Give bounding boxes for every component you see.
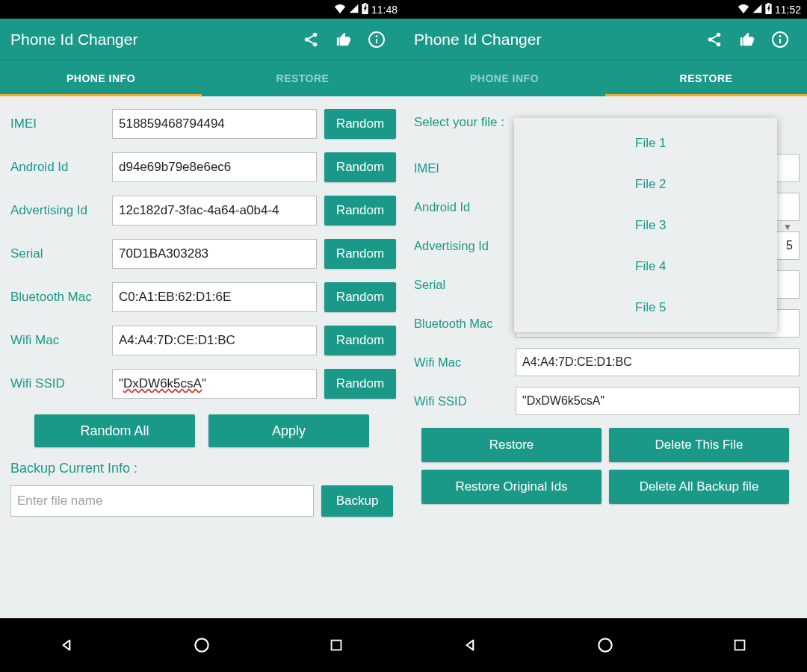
random-button-wifimac[interactable]: Random — [324, 326, 396, 355]
input-imei[interactable]: 518859468794494 — [112, 109, 317, 139]
tab-phone-info[interactable]: PHONE INFO — [0, 60, 202, 96]
label-imei: IMEI — [411, 161, 516, 175]
svg-point-3 — [305, 37, 309, 42]
input-serial[interactable]: 70D1BA303283 — [112, 239, 317, 269]
dropdown-item-file4[interactable]: File 4 — [514, 246, 777, 287]
field-row-imei: IMEI 518859468794494 Random — [7, 102, 396, 146]
nav-recent-icon[interactable] — [314, 626, 359, 664]
backup-button[interactable]: Backup — [321, 485, 393, 517]
svg-point-7 — [377, 36, 377, 37]
input-advid[interactable]: 12c182d7-3fac-4a64-a0b4-4 — [112, 196, 317, 225]
label-ssid: Wifi SSID — [7, 376, 112, 391]
field-row-wifimac: Wifi Mac A4:A4:7D:CE:D1:BC Random — [7, 319, 396, 362]
dropdown-caret-icon[interactable]: ▼ — [783, 222, 792, 232]
dropdown-item-file3[interactable]: File 3 — [514, 205, 777, 246]
input-btmac[interactable]: C0:A1:EB:62:D1:6E — [112, 282, 317, 312]
like-icon[interactable] — [327, 23, 360, 56]
tab-bar: PHONE INFO RESTORE — [0, 60, 404, 96]
tab-restore[interactable]: RESTORE — [605, 60, 807, 96]
status-time: 11:48 — [371, 4, 398, 16]
input-androidid[interactable]: d94e69b79e8e6ec6 — [112, 152, 317, 182]
status-time: 11:52 — [775, 4, 801, 16]
status-bar: 11:52 — [404, 0, 807, 19]
svg-rect-19 — [735, 641, 745, 650]
label-wifimac: Wifi Mac — [7, 333, 112, 348]
like-icon[interactable] — [731, 23, 764, 56]
info-icon[interactable] — [764, 23, 797, 56]
input-wifimac[interactable]: A4:A4:7D:CE:D1:BC — [516, 348, 800, 376]
nav-home-icon[interactable] — [583, 626, 628, 664]
delete-this-file-button[interactable]: Delete This File — [609, 428, 789, 462]
app-bar: Phone Id Changer — [0, 19, 404, 60]
label-btmac: Bluetooth Mac — [7, 290, 112, 305]
svg-point-12 — [717, 32, 721, 37]
delete-all-backup-button[interactable]: Delete All Backup file — [609, 470, 789, 504]
select-file-label: Select your file : — [414, 115, 519, 130]
svg-rect-1 — [364, 3, 366, 4]
input-wifimac[interactable]: A4:A4:7D:CE:D1:BC — [112, 326, 317, 355]
screen-restore: 11:52 Phone Id Changer PHONE INFO RESTOR… — [404, 0, 807, 672]
field-row-ssid: Wifi SSID "DxDW6k5csA" Random — [7, 362, 396, 405]
random-button-advid[interactable]: Random — [324, 196, 396, 225]
svg-point-13 — [708, 37, 713, 42]
backup-filename-input[interactable]: Enter file name — [10, 485, 314, 517]
nav-back-icon[interactable] — [45, 626, 90, 664]
dropdown-item-file5[interactable]: File 5 — [514, 287, 777, 328]
field-row-serial: Serial 70D1BA303283 Random — [7, 232, 396, 276]
nav-home-icon[interactable] — [179, 626, 224, 664]
battery-charging-icon — [765, 3, 772, 16]
content-area: IMEI 518859468794494 Random Android Id d… — [0, 96, 404, 618]
backup-header: Backup Current Info : — [7, 453, 396, 482]
tab-bar: PHONE INFO RESTORE — [404, 60, 807, 96]
share-icon[interactable] — [698, 23, 731, 56]
field-row-btmac: Bluetooth Mac C0:A1:EB:62:D1:6E Random — [7, 276, 396, 319]
svg-rect-11 — [767, 3, 770, 4]
wifi-icon — [738, 4, 749, 16]
label-advid: Advertising Id — [7, 203, 112, 218]
tab-phone-info[interactable]: PHONE INFO — [404, 60, 605, 96]
tab-restore[interactable]: RESTORE — [202, 60, 404, 96]
label-androidid: Android Id — [7, 160, 112, 175]
svg-point-2 — [313, 32, 318, 37]
system-nav-bar — [404, 618, 807, 672]
restore-original-button[interactable]: Restore Original Ids — [421, 470, 602, 504]
label-androidid: Android Id — [411, 200, 516, 214]
apply-button[interactable]: Apply — [208, 414, 369, 447]
status-bar: 11:48 — [0, 0, 404, 19]
screen-phone-info: 11:48 Phone Id Changer PHONE INFO RESTOR… — [0, 0, 404, 672]
nav-back-icon[interactable] — [448, 626, 493, 664]
info-icon[interactable] — [360, 23, 393, 56]
random-button-btmac[interactable]: Random — [324, 282, 396, 312]
restore-button[interactable]: Restore — [421, 428, 602, 462]
share-icon[interactable] — [294, 23, 327, 56]
svg-rect-9 — [332, 641, 341, 650]
random-all-button[interactable]: Random All — [34, 414, 195, 447]
field-row-androidid: Android Id d94e69b79e8e6ec6 Random — [7, 146, 396, 189]
dropdown-item-file1[interactable]: File 1 — [514, 122, 777, 164]
file-dropdown-popup: File 1 File 2 File 3 File 4 File 5 — [514, 118, 777, 332]
svg-point-17 — [780, 36, 781, 37]
random-button-ssid[interactable]: Random — [324, 369, 396, 399]
cell-signal-icon — [752, 4, 762, 16]
label-ssid: Wifi SSID — [411, 394, 516, 408]
wifi-icon — [334, 4, 346, 16]
svg-point-4 — [313, 42, 318, 46]
nav-recent-icon[interactable] — [717, 626, 762, 664]
svg-point-8 — [195, 638, 208, 651]
label-serial: Serial — [411, 278, 516, 292]
random-button-imei[interactable]: Random — [324, 109, 396, 139]
random-button-androidid[interactable]: Random — [324, 152, 396, 182]
svg-point-18 — [599, 638, 611, 651]
input-ssid[interactable]: "DxDW6k5csA" — [112, 369, 317, 399]
dropdown-item-file2[interactable]: File 2 — [514, 164, 777, 205]
random-button-serial[interactable]: Random — [324, 239, 396, 269]
battery-charging-icon — [362, 3, 368, 16]
cell-signal-icon — [349, 4, 359, 16]
system-nav-bar — [0, 618, 404, 672]
label-serial: Serial — [7, 246, 112, 261]
app-title: Phone Id Changer — [414, 31, 698, 49]
label-wifimac: Wifi Mac — [411, 355, 516, 370]
label-advid: Advertising Id — [411, 239, 516, 253]
label-btmac: Bluetooth Mac — [411, 317, 516, 331]
input-ssid[interactable]: "DxDW6k5csA" — [516, 387, 800, 415]
